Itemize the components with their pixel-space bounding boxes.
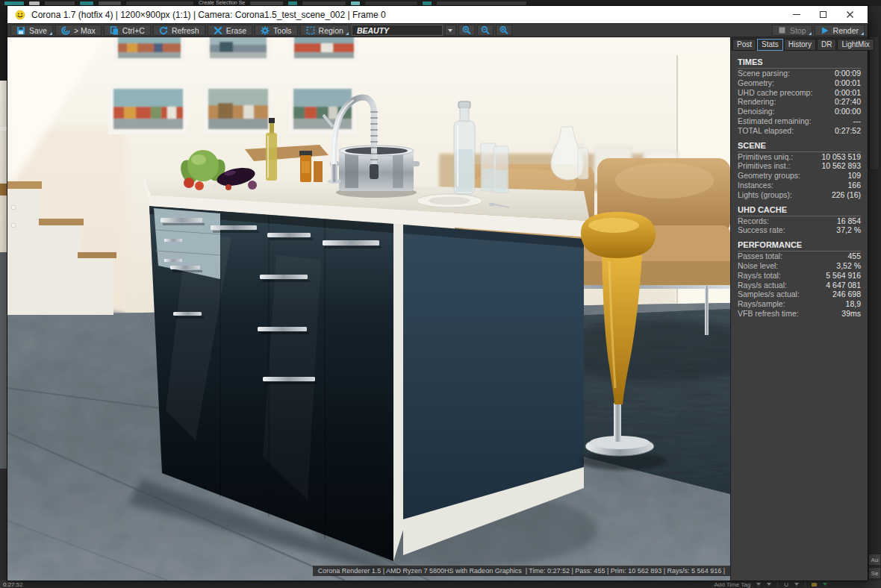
stat-row: TOTAL elapsed:0:27:52 bbox=[738, 126, 861, 136]
caret-down-icon[interactable] bbox=[794, 583, 799, 586]
background-toolbar-icon bbox=[80, 1, 93, 5]
stat-value: 109 bbox=[847, 171, 861, 181]
background-toolbar-icon bbox=[351, 1, 360, 5]
maximize-icon[interactable] bbox=[820, 11, 826, 18]
stat-label: Primitives inst.: bbox=[738, 161, 791, 171]
key-icon[interactable] bbox=[812, 583, 817, 587]
drinking-glasses bbox=[481, 143, 508, 193]
stat-value: 0:27:40 bbox=[835, 97, 861, 107]
stat-row: Noise level:3,52 % bbox=[738, 261, 861, 271]
background-button-au[interactable]: Au bbox=[868, 554, 881, 566]
wall-pictures bbox=[108, 37, 358, 134]
stat-value: --- bbox=[853, 116, 862, 126]
background-toolbar-strip: Create Selection Se bbox=[0, 0, 881, 6]
stat-value: 166 bbox=[847, 181, 861, 190]
stop-label: Stop bbox=[790, 26, 806, 35]
vfb-toolbar: Save > Max Ctrl+C bbox=[7, 23, 868, 37]
channel-dropdown-arrow[interactable] bbox=[445, 25, 456, 36]
stat-label: Passes total: bbox=[738, 251, 782, 261]
stat-row: Geometry groups:109 bbox=[738, 171, 861, 181]
refresh-button[interactable]: Refresh bbox=[153, 25, 205, 36]
zoom-out-button[interactable] bbox=[477, 25, 494, 36]
stat-row: Passes total:455 bbox=[738, 251, 861, 261]
stat-label: Rays/sample: bbox=[738, 299, 785, 309]
stat-row: Primitives uniq.:10 053 519 bbox=[738, 152, 861, 162]
tools-button[interactable]: Tools bbox=[255, 25, 298, 36]
stat-value: 39ms bbox=[841, 309, 861, 319]
render-scene bbox=[7, 37, 730, 581]
region-button[interactable]: Region bbox=[300, 25, 349, 36]
stat-label: Rays/s total: bbox=[738, 271, 781, 281]
zoom-reset-icon bbox=[499, 25, 509, 35]
zoom-in-button[interactable] bbox=[458, 25, 475, 36]
tab-stats[interactable]: Stats bbox=[757, 39, 783, 51]
save-button[interactable]: Save bbox=[10, 25, 53, 36]
background-toolbar-icon bbox=[126, 1, 193, 5]
stat-value: 18,9 bbox=[846, 299, 861, 309]
double-caret-icon[interactable] bbox=[756, 583, 761, 586]
save-label: Save bbox=[29, 26, 47, 35]
background-panel-edge bbox=[869, 36, 880, 170]
background-toolbar-icon bbox=[45, 1, 75, 5]
tab-post[interactable]: Post bbox=[732, 39, 756, 51]
corona-vfb-window: Corona 1.7 (hotfix 4) | 1200×900px (1:1)… bbox=[7, 6, 868, 581]
corona-smiley-icon[interactable] bbox=[15, 10, 25, 20]
double-caret-icon[interactable] bbox=[767, 583, 771, 586]
background-toolbar-icon bbox=[29, 1, 40, 5]
stat-label: Estimated remaining: bbox=[738, 116, 812, 126]
copy-label: Ctrl+C bbox=[122, 26, 145, 35]
tab-history[interactable]: History bbox=[784, 39, 816, 51]
tools-label: Tools bbox=[273, 26, 292, 35]
tab-dr[interactable]: DR bbox=[817, 39, 836, 51]
background-toolbar-icon bbox=[4, 1, 24, 5]
background-toolbar-icon bbox=[288, 1, 297, 5]
render-viewport[interactable]: Corona Renderer 1.5 | AMD Ryzen 7 5800HS… bbox=[7, 37, 730, 581]
screen: Create Selection Se 00 Au Se 0:27:52 Add… bbox=[0, 0, 881, 588]
section-title: TIMES bbox=[738, 57, 861, 69]
erase-button[interactable]: Erase bbox=[208, 25, 252, 36]
render-play-icon bbox=[821, 26, 829, 35]
stat-value: 0:00:01 bbox=[835, 78, 861, 88]
background-toolbar-icon bbox=[437, 1, 526, 5]
stat-row: UHD cache precomp:0:00:01 bbox=[738, 88, 861, 98]
background-toolbar-icon bbox=[250, 1, 283, 5]
copy-button[interactable]: Ctrl+C bbox=[104, 25, 151, 36]
background-button-se[interactable]: Se bbox=[868, 567, 881, 579]
stat-label: Success rate: bbox=[738, 225, 785, 235]
stop-icon bbox=[778, 26, 786, 34]
region-icon bbox=[306, 26, 315, 35]
background-left-sliver: 00 bbox=[0, 6, 7, 581]
background-toolbar-label: Create Selection Se bbox=[199, 0, 245, 6]
erase-label: Erase bbox=[226, 26, 246, 35]
zoom-reset-button[interactable] bbox=[496, 25, 512, 36]
statusbar-mini-dropdown[interactable]: U bbox=[784, 581, 788, 588]
background-toolbar-icon bbox=[302, 1, 346, 5]
stat-value: 37,2 % bbox=[836, 225, 861, 235]
stat-row: Geometry:0:00:01 bbox=[738, 78, 861, 88]
copy-icon bbox=[110, 26, 119, 35]
render-label: Render bbox=[833, 26, 859, 35]
stat-label: UHD cache precomp: bbox=[738, 88, 812, 98]
stat-value: 3,52 % bbox=[836, 261, 861, 271]
channel-select[interactable]: BEAUTY bbox=[352, 25, 443, 36]
tab-lightmix[interactable]: LightMix bbox=[837, 39, 874, 51]
stat-label: Geometry groups: bbox=[738, 171, 800, 181]
channel-label: BEAUTY bbox=[357, 26, 389, 35]
section-title: UHD CACHE bbox=[738, 205, 861, 216]
stat-value: 10 053 519 bbox=[821, 152, 861, 162]
stat-row: Primitives inst.:10 562 893 bbox=[738, 161, 861, 171]
stat-row: Instances:166 bbox=[738, 181, 861, 190]
close-icon[interactable] bbox=[846, 10, 854, 19]
stat-label: Denoising: bbox=[738, 107, 775, 116]
add-time-tag-button[interactable]: Add Time Tag bbox=[714, 581, 750, 588]
stop-button[interactable]: Stop bbox=[772, 25, 812, 36]
stat-value: 0:00:01 bbox=[835, 88, 861, 98]
window-titlebar: Corona 1.7 (hotfix 4) | 1200×900px (1:1)… bbox=[7, 6, 868, 23]
stat-value: 0:00:09 bbox=[835, 69, 861, 78]
refresh-icon bbox=[159, 26, 168, 35]
minimize-icon[interactable] bbox=[793, 14, 800, 15]
stat-value: 10 562 893 bbox=[821, 161, 861, 171]
max-button[interactable]: > Max bbox=[55, 25, 102, 36]
caret-green-icon[interactable] bbox=[823, 583, 827, 586]
render-button[interactable]: Render bbox=[815, 25, 865, 36]
